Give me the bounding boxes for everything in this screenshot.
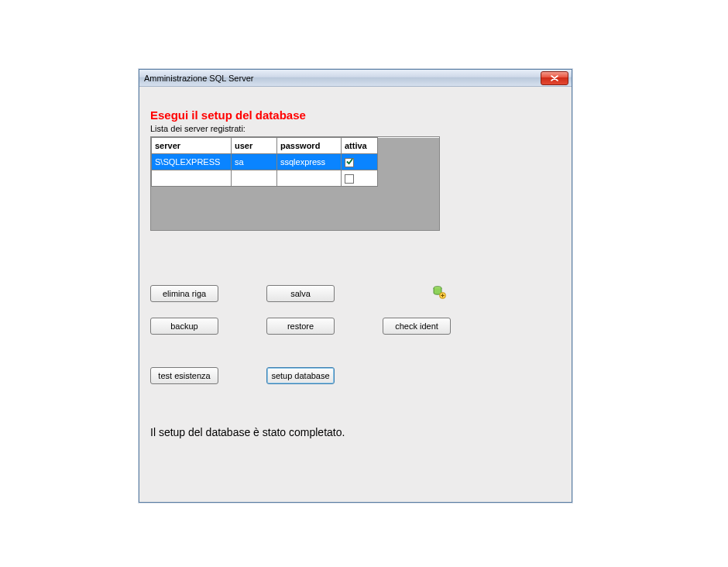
cell-password[interactable] <box>277 170 342 187</box>
cell-user[interactable] <box>232 170 277 187</box>
col-header-user[interactable]: user <box>232 138 277 154</box>
col-header-password[interactable]: password <box>277 138 342 154</box>
close-button[interactable] <box>541 71 568 85</box>
test-esistenza-button[interactable]: test esistenza <box>150 367 218 384</box>
col-header-server[interactable]: server <box>152 138 232 154</box>
database-add-icon[interactable] <box>432 285 446 299</box>
page-subtitle: Lista dei server registrati: <box>150 124 246 133</box>
titlebar: Amministrazione SQL Server <box>139 70 572 87</box>
cell-server[interactable] <box>152 170 232 187</box>
table-row[interactable]: S\SQLEXPRESS sa ssqlexpress <box>152 154 439 170</box>
restore-button[interactable]: restore <box>266 318 335 335</box>
page-title: Esegui il setup del database <box>150 108 306 122</box>
status-message: Il setup del database è stato completato… <box>150 426 345 438</box>
salva-button[interactable]: salva <box>266 285 335 302</box>
check-ident-button[interactable]: check ident <box>383 318 451 335</box>
table-header-row: server user password attiva <box>152 138 439 154</box>
client-area: Esegui il setup del database Lista dei s… <box>139 87 572 502</box>
window-title: Amministrazione SQL Server <box>144 74 541 83</box>
col-header-attiva[interactable]: attiva <box>342 138 378 154</box>
backup-button[interactable]: backup <box>150 318 218 335</box>
cell-user[interactable]: sa <box>232 154 277 170</box>
elimina-riga-button[interactable]: elimina riga <box>150 285 218 302</box>
active-checkbox[interactable] <box>345 158 354 167</box>
cell-attiva[interactable] <box>342 170 378 187</box>
cell-server[interactable]: S\SQLEXPRESS <box>152 154 232 170</box>
close-icon <box>551 75 558 81</box>
cell-attiva[interactable] <box>342 154 378 170</box>
server-grid[interactable]: server user password attiva S\SQLEXPRESS… <box>150 136 440 231</box>
window: Amministrazione SQL Server Esegui il set… <box>139 69 572 503</box>
cell-password[interactable]: ssqlexpress <box>277 154 342 170</box>
table-row[interactable] <box>152 170 439 187</box>
active-checkbox[interactable] <box>345 174 354 184</box>
setup-database-button[interactable]: setup database <box>266 367 335 384</box>
